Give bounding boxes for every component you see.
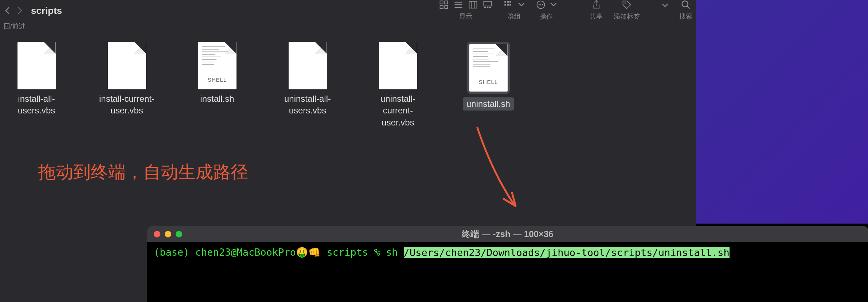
svg-rect-14: [504, 1, 506, 3]
file-icon: SHELL: [467, 42, 510, 94]
file-item[interactable]: install-current-user.vbs: [98, 42, 156, 128]
file-icon: [108, 42, 146, 89]
desktop-background: [696, 0, 868, 226]
svg-rect-16: [509, 1, 511, 3]
svg-rect-18: [507, 4, 509, 6]
svg-rect-19: [509, 4, 511, 6]
toolbar-group-label: 群组: [508, 12, 521, 21]
file-item[interactable]: SHELLinstall.sh: [188, 42, 246, 128]
svg-rect-13: [489, 7, 491, 8]
window-title: scripts: [31, 5, 62, 16]
search-button[interactable]: [681, 0, 691, 10]
toolbar-display-label: 显示: [459, 12, 472, 21]
svg-rect-2: [440, 5, 443, 8]
svg-line-26: [687, 6, 690, 9]
terminal-path-highlight: /Users/chen23/Downloads/jihuo-tool/scrip…: [404, 247, 730, 258]
svg-rect-17: [504, 4, 506, 6]
minimize-button[interactable]: [165, 231, 171, 237]
terminal-body[interactable]: (base) chen23@MacBookPro🤑👊 scripts % sh …: [147, 242, 868, 263]
file-name: install.sh: [200, 93, 234, 105]
svg-rect-1: [445, 1, 447, 4]
view-list-button[interactable]: [453, 0, 464, 10]
file-item[interactable]: SHELLuninstall.sh: [459, 42, 517, 128]
toolbar-share-label: 共享: [590, 12, 603, 21]
group-button[interactable]: [504, 0, 514, 10]
file-item[interactable]: uninstall-current-user.vbs: [369, 42, 427, 128]
nav-back-button[interactable]: [4, 7, 11, 14]
chevron-down-icon[interactable]: [662, 2, 668, 9]
file-name: uninstall-current-user.vbs: [369, 93, 427, 128]
svg-rect-12: [487, 7, 489, 8]
share-button[interactable]: [591, 0, 601, 10]
annotation-text: 拖动到终端，自动生成路径: [38, 160, 248, 184]
toolbar-spacer: [664, 13, 666, 20]
toolbar-tags-label: 添加标签: [614, 12, 640, 21]
file-item[interactable]: uninstall-all-users.vbs: [278, 42, 337, 128]
svg-point-23: [542, 4, 543, 5]
svg-rect-10: [484, 1, 492, 6]
file-icon: [379, 42, 417, 89]
file-name: uninstall.sh: [463, 97, 514, 111]
chevron-down-icon[interactable]: [550, 1, 557, 8]
toolbar-action-label: 操作: [540, 12, 553, 21]
svg-rect-15: [507, 1, 509, 3]
svg-point-24: [625, 3, 626, 4]
view-columns-button[interactable]: [468, 0, 478, 10]
file-name: install-current-user.vbs: [98, 93, 156, 117]
maximize-button[interactable]: [176, 231, 182, 237]
terminal-title: 终端 — -zsh — 100×36: [462, 228, 553, 240]
terminal-prompt: (base) chen23@MacBookPro🤑👊 scripts % sh: [154, 247, 404, 258]
terminal-line: (base) chen23@MacBookPro🤑👊 scripts % sh …: [154, 247, 861, 258]
tags-button[interactable]: [622, 0, 632, 10]
annotation-arrow: [470, 124, 528, 215]
svg-point-25: [682, 1, 688, 7]
svg-rect-7: [469, 1, 477, 8]
file-type-badge: SHELL: [198, 77, 236, 83]
terminal-window: 终端 — -zsh — 100×36 (base) chen23@MacBook…: [147, 226, 868, 302]
svg-point-21: [539, 4, 540, 5]
action-button[interactable]: [536, 0, 546, 10]
view-gallery-button[interactable]: [482, 0, 493, 10]
file-icon: [289, 42, 327, 89]
chevron-down-icon[interactable]: [518, 1, 525, 8]
close-button[interactable]: [154, 231, 160, 237]
file-type-badge: SHELL: [469, 79, 508, 85]
file-name: install-all-users.vbs: [7, 93, 66, 117]
file-icon: [17, 42, 56, 89]
svg-rect-11: [484, 7, 486, 8]
view-icons-button[interactable]: [439, 0, 449, 10]
nav-forward-button[interactable]: [16, 7, 24, 14]
traffic-lights: [154, 231, 182, 237]
file-item[interactable]: install-all-users.vbs: [7, 42, 66, 128]
finder-toolbar: scripts 显示 群组: [0, 0, 696, 21]
svg-rect-3: [445, 5, 447, 8]
svg-rect-0: [440, 1, 443, 4]
file-icon: SHELL: [198, 42, 236, 89]
file-grid: install-all-users.vbsinstall-current-use…: [0, 42, 696, 128]
svg-point-22: [540, 4, 541, 5]
terminal-titlebar[interactable]: 终端 — -zsh — 100×36: [147, 226, 868, 242]
nav-label: 回/前进: [4, 22, 25, 31]
toolbar-search-label: 搜索: [679, 12, 692, 21]
file-name: uninstall-all-users.vbs: [278, 93, 337, 117]
